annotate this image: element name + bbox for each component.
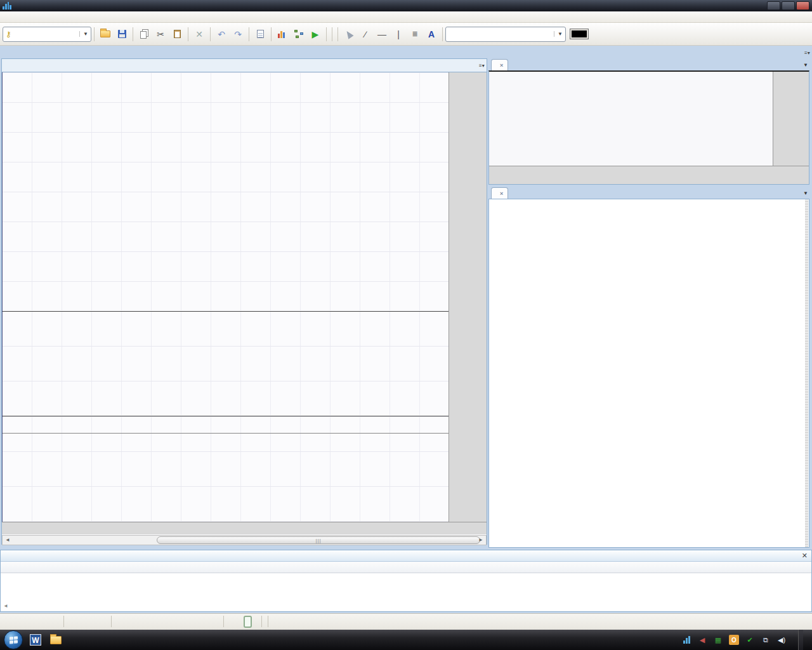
scroll-right-icon[interactable]: ►	[477, 537, 485, 543]
close-icon[interactable]: ×	[500, 190, 503, 197]
muted-speaker-icon[interactable]: ◀	[697, 635, 707, 645]
messages-titlebar: ✕	[1, 550, 811, 562]
pane1-svg	[2, 312, 449, 416]
panel-menu-icon[interactable]: ▼	[803, 190, 808, 196]
status-bar	[0, 613, 812, 630]
menu-bar	[0, 11, 812, 23]
network-tray-icon[interactable]: ⧉	[761, 635, 771, 645]
scroll-left-icon[interactable]: ◄	[4, 537, 11, 543]
price-axis[interactable]	[449, 72, 487, 522]
tab-overflow-icon[interactable]: ≡▾	[479, 63, 485, 69]
cursor-icon	[344, 29, 353, 39]
right-panel: × ▼ × ▼	[488, 58, 811, 548]
minimize-button[interactable]	[767, 1, 780, 10]
workspace-tab-bar	[0, 46, 812, 58]
income-svg	[489, 72, 773, 166]
copy-button[interactable]	[136, 26, 152, 43]
undo-button[interactable]: ↶	[213, 26, 230, 43]
scroll-left-icon[interactable]: ◄	[3, 603, 8, 609]
color-swatch[interactable]	[570, 29, 589, 39]
cut-button[interactable]: ✂	[152, 26, 169, 43]
scrollbar-thumb[interactable]: |||	[157, 536, 480, 544]
toolbar: ⚷ ▼ ✂ ✕ ↶ ↷ ▶ ∕ — | ≣ A	[0, 23, 812, 46]
bar-chart-icon	[278, 30, 287, 38]
app-logo-icon	[3, 2, 11, 10]
pane-separator[interactable]	[2, 416, 449, 416]
vline-tool-button[interactable]: |	[390, 26, 407, 43]
income-chart[interactable]	[488, 70, 809, 185]
run-button[interactable]: ▶	[307, 26, 324, 43]
candles-icon: ≣	[412, 30, 417, 38]
close-icon[interactable]: ×	[500, 62, 503, 69]
tab-results[interactable]: ×	[491, 187, 508, 199]
document-icon	[257, 30, 264, 38]
connection-combo[interactable]: ⚷ ▼	[3, 27, 91, 42]
outlook-tray-icon[interactable]: O	[729, 635, 739, 645]
delete-button[interactable]: ✕	[191, 26, 207, 43]
horizontal-line-icon: —	[377, 29, 386, 39]
chart-panel: ≡▾ ◄	[1, 58, 487, 545]
chart-area[interactable]: ◄ ||| ►	[2, 72, 487, 545]
tslab-tray-icon[interactable]	[681, 635, 691, 645]
income-x-axis	[489, 166, 809, 184]
title-bar	[0, 0, 812, 11]
antivirus-tray-icon[interactable]: ✔	[745, 635, 755, 645]
text-icon: A	[428, 29, 435, 39]
open-folder-icon	[100, 30, 110, 37]
results-scrollbar[interactable]	[805, 199, 808, 547]
paste-icon	[174, 30, 181, 38]
panel-menu-icon[interactable]: ▼	[803, 62, 808, 68]
pane2-svg	[2, 416, 449, 522]
results-panel	[488, 199, 809, 548]
scissors-icon: ✂	[157, 29, 164, 39]
diagram-icon	[294, 30, 303, 38]
windows-logo-icon	[10, 636, 18, 644]
play-icon: ▶	[312, 29, 319, 39]
tab-overflow-icon[interactable]: ≡▾	[804, 50, 810, 56]
paste-button[interactable]	[169, 26, 185, 43]
text-tool-button[interactable]: A	[423, 26, 440, 43]
hline-tool-button[interactable]: —	[374, 26, 390, 43]
start-button[interactable]	[4, 630, 23, 649]
taskbar: W ◀ ▦ O ✔ ⧉ ◀)	[0, 630, 812, 650]
key-icon: ⚷	[6, 30, 11, 39]
undo-icon: ↶	[218, 29, 225, 39]
close-button[interactable]	[796, 1, 809, 10]
pinned-explorer-icon[interactable]	[48, 632, 63, 647]
save-icon	[118, 30, 126, 38]
close-icon[interactable]: ✕	[802, 552, 808, 560]
time-axis[interactable]	[2, 522, 487, 534]
messages-header	[1, 562, 811, 573]
income-y-axis	[773, 72, 809, 166]
crosshair-vertical	[2, 72, 3, 522]
redo-icon: ↷	[234, 29, 242, 39]
chart-scrollbar[interactable]: ◄ ||| ►	[2, 535, 487, 545]
show-desktop-button[interactable]	[798, 630, 803, 650]
maximize-button[interactable]	[782, 1, 795, 10]
terminal-tray-icon[interactable]: ▦	[713, 635, 723, 645]
save-button[interactable]	[114, 26, 130, 43]
tab-income[interactable]: ×	[491, 59, 508, 70]
candles-tool-button[interactable]: ≣	[407, 26, 423, 43]
delete-x-icon: ✕	[195, 29, 203, 39]
pane-separator[interactable]	[2, 311, 449, 312]
redo-button[interactable]: ↷	[230, 26, 246, 43]
line-icon: ∕	[365, 29, 366, 39]
properties-button[interactable]	[252, 26, 268, 43]
price-chart-svg	[2, 72, 449, 311]
script-diagram-button[interactable]	[291, 26, 307, 43]
pinned-word-icon[interactable]: W	[28, 632, 43, 647]
chevron-down-icon[interactable]: ▼	[554, 31, 563, 37]
tslab-window: ⚷ ▼ ✂ ✕ ↶ ↷ ▶ ∕ — | ≣ A	[0, 0, 812, 650]
chart-view-button[interactable]	[274, 26, 291, 43]
trendline-tool-button[interactable]: ∕	[357, 26, 374, 43]
copy-icon	[140, 31, 147, 39]
vertical-line-icon: |	[397, 29, 400, 39]
pointer-tool-button[interactable]	[341, 26, 357, 43]
pane2-crosshair-line	[2, 433, 449, 434]
connection-indicator-icon	[244, 616, 252, 628]
chevron-down-icon[interactable]: ▼	[79, 31, 88, 37]
instrument-combo[interactable]: ▼	[445, 27, 566, 42]
open-button[interactable]	[97, 26, 114, 43]
volume-tray-icon[interactable]: ◀)	[776, 635, 787, 645]
